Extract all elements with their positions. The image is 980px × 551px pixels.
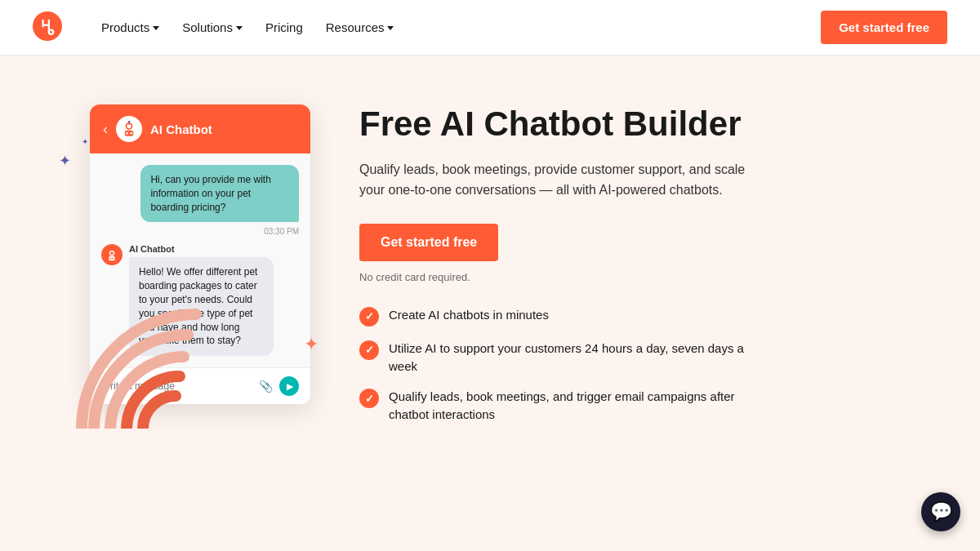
chat-header-title: AI Chatbot: [150, 122, 212, 136]
feature-item-2: ✓ Utilize AI to support your customers 2…: [359, 340, 768, 375]
checkmark-icon-1: ✓: [365, 310, 374, 322]
sparkle-decoration-1: ✦: [59, 152, 71, 170]
hero-section: ✦ ✦ ✦ ‹ AI Chatbot: [0, 56, 980, 551]
chat-actions: 📎 ▶: [259, 376, 299, 396]
nav-item-products[interactable]: Products: [91, 14, 169, 41]
svg-rect-11: [109, 256, 114, 260]
check-badge-3: ✓: [359, 389, 379, 408]
svg-point-12: [110, 258, 112, 260]
logo[interactable]: [33, 11, 62, 44]
svg-point-10: [110, 252, 114, 256]
nav-get-started-button[interactable]: Get started free: [821, 11, 947, 44]
chevron-down-icon: [153, 26, 159, 30]
feature-text-1: Create AI chatbots in minutes: [389, 306, 549, 324]
svg-point-8: [128, 121, 131, 123]
hero-title: Free AI Chatbot Builder: [359, 104, 768, 144]
chevron-down-icon: [236, 26, 243, 30]
bot-name: AI Chatbot: [129, 244, 299, 254]
feature-text-2: Utilize AI to support your customers 24 …: [389, 340, 768, 375]
hero-right: Free AI Chatbot Builder Qualify leads, b…: [359, 96, 768, 424]
attachment-icon[interactable]: 📎: [259, 380, 273, 393]
nav-pricing-label: Pricing: [265, 20, 303, 34]
feature-item-1: ✓ Create AI chatbots in minutes: [359, 306, 768, 327]
send-arrow-icon: ▶: [287, 381, 293, 392]
arcs-decoration: [74, 298, 237, 429]
chat-widget-button[interactable]: 💬: [921, 492, 960, 531]
nav-item-pricing[interactable]: Pricing: [256, 14, 313, 41]
chat-avatar: [116, 116, 142, 142]
chevron-down-icon: [387, 26, 394, 30]
nav-links: Products Solutions Pricing Resources: [91, 14, 821, 41]
hero-get-started-button[interactable]: Get started free: [359, 224, 498, 261]
bot-avatar-small: [101, 244, 122, 265]
feature-text-3: Qualify leads, book meetings, and trigge…: [389, 388, 768, 424]
nav-item-resources[interactable]: Resources: [316, 14, 404, 41]
nav-item-solutions[interactable]: Solutions: [172, 14, 252, 41]
chat-back-button[interactable]: ‹: [103, 121, 108, 138]
chat-header: ‹ AI Chatbot: [90, 104, 310, 153]
sparkle-decoration-2: ✦: [82, 137, 88, 146]
feature-item-3: ✓ Qualify leads, book meetings, and trig…: [359, 388, 768, 424]
svg-point-13: [112, 258, 114, 260]
sparkle-decoration-3: ✦: [304, 334, 318, 355]
check-badge-1: ✓: [359, 307, 379, 327]
feature-list: ✓ Create AI chatbots in minutes ✓ Utiliz…: [359, 306, 768, 424]
checkmark-icon-3: ✓: [365, 393, 374, 405]
svg-point-5: [126, 132, 128, 135]
chat-widget-icon: 💬: [930, 501, 952, 522]
navbar: Products Solutions Pricing Resources Get…: [0, 0, 980, 56]
check-badge-2: ✓: [359, 340, 379, 360]
svg-point-6: [130, 132, 132, 135]
message-timestamp: 03:30 PM: [101, 227, 299, 236]
hero-left: ✦ ✦ ✦ ‹ AI Chatbot: [49, 96, 327, 404]
no-credit-card-text: No credit card required.: [359, 271, 768, 283]
hero-subtitle: Qualify leads, book meetings, provide cu…: [359, 160, 768, 201]
checkmark-icon-2: ✓: [365, 344, 374, 356]
user-message: Hi, can you provide me with information …: [140, 165, 299, 222]
nav-solutions-label: Solutions: [182, 20, 233, 34]
nav-resources-label: Resources: [326, 20, 385, 34]
send-button[interactable]: ▶: [279, 376, 299, 396]
nav-products-label: Products: [101, 20, 149, 34]
